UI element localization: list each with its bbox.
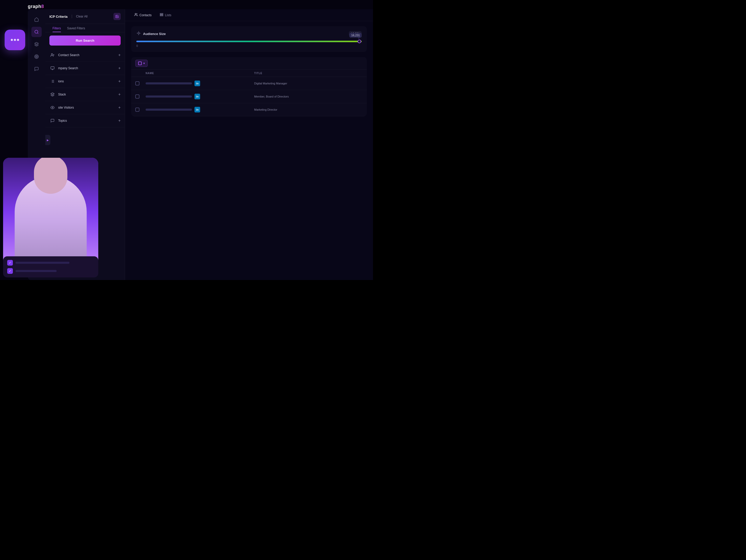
- linkedin-icon-3[interactable]: in: [195, 107, 200, 112]
- person-card: [3, 158, 98, 266]
- sidebar-search[interactable]: [31, 27, 42, 37]
- tab-filters[interactable]: Filters: [49, 24, 64, 32]
- svg-rect-23: [160, 16, 163, 16]
- contacts-label: Contacts: [139, 13, 151, 17]
- stack-icon: [49, 91, 56, 97]
- lists-label: Lists: [165, 13, 171, 17]
- svg-point-6: [51, 54, 53, 55]
- filter-item-topics-left: Topics: [49, 118, 67, 124]
- chat-dot-2: [14, 39, 16, 41]
- nav-tab-contacts[interactable]: Contacts: [131, 9, 154, 21]
- svg-rect-21: [160, 13, 163, 14]
- tab-saved-filters[interactable]: Saved Filters: [64, 24, 88, 32]
- checklist-item-1: ✓: [7, 260, 94, 265]
- sidebar-target[interactable]: [31, 52, 42, 62]
- row-checkbox-2[interactable]: [135, 94, 139, 99]
- check-box-1[interactable]: ✓: [7, 260, 13, 265]
- contact-search-add[interactable]: +: [118, 53, 121, 57]
- filter-item-topics[interactable]: Topics +: [45, 114, 125, 128]
- filter-item-contact-search[interactable]: Contact Search +: [45, 49, 125, 62]
- checklist-line-1: [16, 262, 69, 264]
- audience-title-text: Audience Size: [143, 32, 166, 36]
- eye-icon: [49, 105, 56, 111]
- name-placeholder-2: [146, 95, 192, 97]
- table-row: in Marketing Director: [131, 103, 367, 116]
- table-header: NAME TITLE: [131, 70, 367, 77]
- table-row: in Member, Board of Directors: [131, 90, 367, 103]
- content-body: Audience Size 16,231 16,231 0 ▾: [125, 21, 373, 280]
- logo-8: 8: [41, 4, 44, 9]
- svg-point-5: [36, 56, 37, 57]
- chat-app-icon[interactable]: [5, 30, 25, 50]
- building-icon: [49, 65, 56, 71]
- svg-point-0: [35, 30, 38, 33]
- slider-thumb[interactable]: 16,231: [357, 39, 361, 43]
- balance-icon: [136, 31, 141, 36]
- topics-add[interactable]: +: [118, 118, 121, 123]
- stack-add[interactable]: +: [118, 92, 121, 97]
- filter-tabs: Filters Saved Filters: [45, 24, 125, 32]
- person-search-icon: [49, 52, 56, 58]
- company-search-add[interactable]: +: [118, 66, 121, 71]
- checklist-card: ✓ ✓: [3, 256, 98, 277]
- audience-min-value: 0: [136, 44, 362, 47]
- col-header-empty: [135, 72, 146, 75]
- sidebar-chat[interactable]: [31, 64, 42, 74]
- svg-marker-18: [51, 93, 54, 94]
- ions-add[interactable]: +: [118, 79, 121, 84]
- linkedin-icon-2[interactable]: in: [195, 94, 200, 99]
- filter-item-ions[interactable]: ions +: [45, 75, 125, 88]
- run-search-button[interactable]: Run Search: [49, 35, 121, 46]
- list-icon: [49, 78, 56, 84]
- audience-slider[interactable]: 16,231: [136, 41, 362, 42]
- visitors-add[interactable]: +: [118, 105, 121, 110]
- contact-search-label: Contact Search: [58, 53, 80, 57]
- svg-point-19: [52, 107, 53, 108]
- filter-item-company-search[interactable]: mpany Search +: [45, 62, 125, 75]
- row-name-2: in: [146, 94, 254, 99]
- sidebar-layers[interactable]: [31, 39, 42, 49]
- visitors-label: site Visitors: [58, 106, 74, 109]
- row-checkbox-1[interactable]: [135, 81, 139, 85]
- svg-line-8: [54, 55, 54, 55]
- save-filter-button[interactable]: [113, 13, 121, 20]
- expand-panel-arrow[interactable]: ▶: [45, 135, 51, 145]
- name-placeholder-3: [146, 109, 192, 111]
- sidebar-home[interactable]: [31, 15, 42, 25]
- chat-dot-3: [17, 39, 19, 41]
- audience-title-row: Audience Size: [136, 31, 166, 36]
- svg-line-1: [37, 33, 38, 33]
- audience-header: Audience Size 16,231: [136, 31, 362, 36]
- company-search-label: mpany Search: [58, 66, 78, 70]
- lists-icon: [160, 13, 163, 17]
- ions-label: ions: [58, 80, 64, 83]
- stack-label: Stack: [58, 93, 66, 96]
- logo: graph8: [28, 4, 44, 9]
- filter-item-visitors-left: site Visitors: [49, 105, 74, 111]
- filter-item-stack[interactable]: Stack +: [45, 88, 125, 101]
- row-name-3: in: [146, 107, 254, 112]
- person-head: [34, 158, 67, 194]
- filter-header: ICP Criteria Clear All: [45, 9, 125, 24]
- col-header-title: TITLE: [254, 72, 363, 75]
- chat-dots: [11, 39, 19, 41]
- row-title-1: Digital Marketing Manager: [254, 82, 363, 85]
- filter-item-ions-left: ions: [49, 78, 64, 84]
- contacts-table: ▾ NAME TITLE in Digital Marketing Manage…: [131, 57, 367, 116]
- check-box-2[interactable]: ✓: [7, 268, 13, 274]
- filter-item-visitors[interactable]: site Visitors +: [45, 101, 125, 114]
- row-title-2: Member, Board of Directors: [254, 95, 363, 98]
- nav-tab-lists[interactable]: Lists: [157, 9, 174, 21]
- filter-item-company-left: mpany Search: [49, 65, 78, 71]
- select-all-dropdown[interactable]: ▾: [135, 60, 148, 67]
- audience-card: Audience Size 16,231 16,231 0: [131, 26, 367, 52]
- person-image: [3, 158, 98, 266]
- row-checkbox-3[interactable]: [135, 108, 139, 112]
- row-title-3: Marketing Director: [254, 108, 363, 111]
- clear-all-button[interactable]: Clear All: [76, 15, 88, 18]
- row-name-1: in: [146, 81, 254, 86]
- filter-item-left: Contact Search: [49, 52, 80, 58]
- linkedin-icon-1[interactable]: in: [195, 81, 200, 86]
- person-silhouette: [15, 176, 87, 266]
- select-all-checkbox[interactable]: [138, 61, 142, 65]
